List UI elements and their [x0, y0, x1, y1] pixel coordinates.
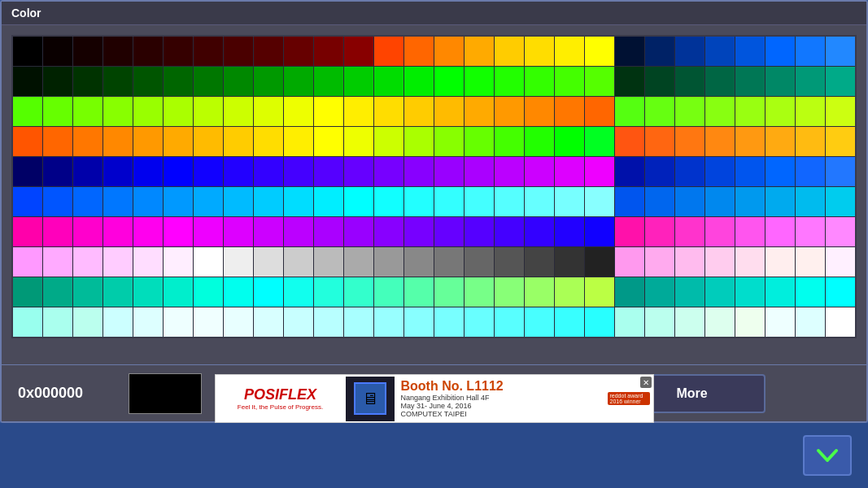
color-cell[interactable]	[765, 277, 795, 307]
color-cell[interactable]	[103, 307, 133, 337]
color-cell[interactable]	[103, 37, 133, 66]
color-cell[interactable]	[585, 277, 614, 307]
color-cell[interactable]	[525, 217, 554, 246]
color-cell[interactable]	[164, 307, 193, 337]
color-cell[interactable]	[555, 127, 584, 156]
color-cell[interactable]	[735, 277, 765, 307]
color-cell[interactable]	[404, 37, 434, 66]
color-cell[interactable]	[43, 247, 72, 277]
color-cell[interactable]	[13, 157, 42, 186]
color-cell[interactable]	[826, 247, 855, 277]
color-cell[interactable]	[495, 217, 524, 246]
color-cell[interactable]	[796, 127, 825, 156]
color-cell[interactable]	[314, 187, 343, 216]
color-cell[interactable]	[194, 97, 223, 126]
color-cell[interactable]	[43, 37, 72, 66]
color-cell[interactable]	[765, 247, 795, 277]
color-cell[interactable]	[555, 247, 584, 277]
color-cell[interactable]	[404, 277, 434, 307]
color-cell[interactable]	[404, 157, 434, 186]
color-cell[interactable]	[73, 67, 103, 96]
color-cell[interactable]	[555, 307, 584, 337]
color-cell[interactable]	[645, 277, 674, 307]
color-cell[interactable]	[796, 67, 825, 96]
color-cell[interactable]	[103, 97, 133, 126]
color-cell[interactable]	[465, 97, 494, 126]
color-cell[interactable]	[525, 157, 554, 186]
color-cell[interactable]	[525, 307, 554, 337]
color-cell[interactable]	[133, 127, 163, 156]
color-cell[interactable]	[344, 307, 373, 337]
color-cell[interactable]	[43, 157, 72, 186]
color-cell[interactable]	[344, 67, 373, 96]
color-cell[interactable]	[344, 37, 373, 66]
color-cell[interactable]	[73, 187, 103, 216]
color-cell[interactable]	[434, 97, 464, 126]
color-cell[interactable]	[284, 187, 313, 216]
color-cell[interactable]	[465, 37, 494, 66]
color-cell[interactable]	[675, 307, 704, 337]
color-cell[interactable]	[675, 67, 704, 96]
color-cell[interactable]	[254, 307, 283, 337]
color-cell[interactable]	[765, 67, 795, 96]
color-cell[interactable]	[585, 37, 614, 66]
color-cell[interactable]	[133, 307, 163, 337]
color-cell[interactable]	[43, 97, 72, 126]
color-cell[interactable]	[465, 217, 494, 246]
color-cell[interactable]	[224, 67, 253, 96]
color-cell[interactable]	[555, 37, 584, 66]
color-cell[interactable]	[344, 127, 373, 156]
color-cell[interactable]	[284, 67, 313, 96]
color-cell[interactable]	[133, 277, 163, 307]
color-cell[interactable]	[43, 217, 72, 246]
color-cell[interactable]	[314, 97, 343, 126]
color-cell[interactable]	[73, 277, 103, 307]
color-cell[interactable]	[164, 187, 193, 216]
color-cell[interactable]	[133, 97, 163, 126]
color-cell[interactable]	[133, 67, 163, 96]
color-cell[interactable]	[224, 127, 253, 156]
color-cell[interactable]	[374, 247, 403, 277]
color-cell[interactable]	[495, 307, 524, 337]
color-cell[interactable]	[705, 217, 735, 246]
color-cell[interactable]	[465, 157, 494, 186]
color-cell[interactable]	[705, 127, 735, 156]
color-cell[interactable]	[525, 247, 554, 277]
color-cell[interactable]	[735, 37, 765, 66]
color-cell[interactable]	[284, 277, 313, 307]
color-cell[interactable]	[555, 97, 584, 126]
color-cell[interactable]	[43, 187, 72, 216]
color-cell[interactable]	[284, 157, 313, 186]
color-cell[interactable]	[344, 187, 373, 216]
color-cell[interactable]	[404, 97, 434, 126]
color-cell[interactable]	[374, 97, 403, 126]
color-cell[interactable]	[43, 277, 72, 307]
color-cell[interactable]	[826, 217, 855, 246]
color-cell[interactable]	[765, 157, 795, 186]
color-cell[interactable]	[284, 97, 313, 126]
color-cell[interactable]	[103, 67, 133, 96]
color-cell[interactable]	[585, 247, 614, 277]
color-cell[interactable]	[796, 277, 825, 307]
color-cell[interactable]	[434, 127, 464, 156]
color-cell[interactable]	[495, 247, 524, 277]
color-cell[interactable]	[254, 247, 283, 277]
color-cell[interactable]	[314, 217, 343, 246]
color-cell[interactable]	[796, 157, 825, 186]
color-cell[interactable]	[615, 97, 644, 126]
color-cell[interactable]	[675, 277, 704, 307]
color-cell[interactable]	[43, 307, 72, 337]
color-cell[interactable]	[615, 277, 644, 307]
color-cell[interactable]	[404, 187, 434, 216]
color-cell[interactable]	[826, 37, 855, 66]
color-cell[interactable]	[254, 187, 283, 216]
color-cell[interactable]	[826, 97, 855, 126]
color-cell[interactable]	[133, 247, 163, 277]
color-cell[interactable]	[194, 277, 223, 307]
color-cell[interactable]	[224, 37, 253, 66]
color-cell[interactable]	[525, 277, 554, 307]
color-cell[interactable]	[465, 127, 494, 156]
color-cell[interactable]	[73, 37, 103, 66]
color-cell[interactable]	[555, 187, 584, 216]
color-cell[interactable]	[675, 247, 704, 277]
